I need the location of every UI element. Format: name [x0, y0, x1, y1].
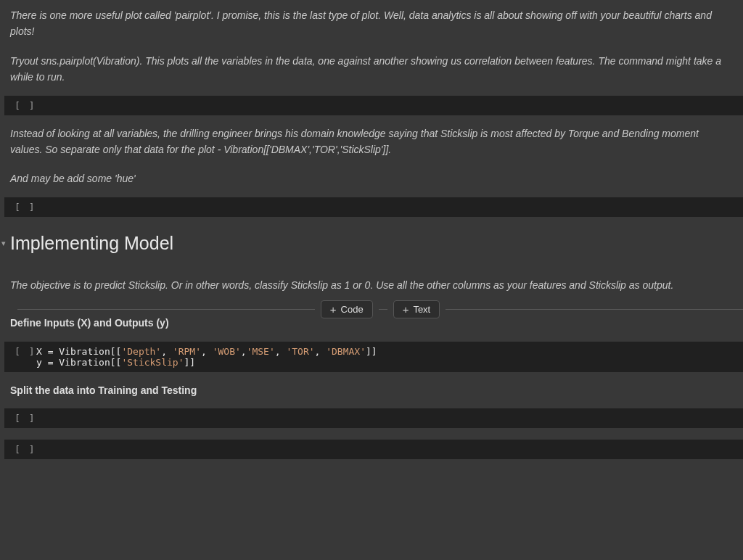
- add-code-label: Code: [341, 304, 364, 315]
- text-cell[interactable]: There is one more useful plot called 'pa…: [0, 0, 743, 93]
- divider: [17, 309, 315, 310]
- text-cell[interactable]: The objective is to predict Stickslip. O…: [0, 257, 743, 300]
- markdown-bold: Split the data into Training and Testing: [10, 382, 733, 398]
- code-source[interactable]: X = Vibration[['Depth', 'RPM', 'WOB','MS…: [36, 346, 377, 368]
- add-text-label: Text: [413, 304, 430, 315]
- section-heading: Implementing Model: [9, 233, 173, 254]
- notebook-container: There is one more useful plot called 'pa…: [0, 0, 743, 459]
- code-cell[interactable]: [ ]: [4, 408, 743, 428]
- text-cell[interactable]: Instead of looking at all variables, the…: [0, 118, 743, 194]
- plus-icon: +: [403, 303, 409, 316]
- code-cell[interactable]: [ ]: [4, 197, 743, 217]
- code-cell[interactable]: [ ]: [4, 440, 743, 459]
- collapse-arrow-icon[interactable]: ▾: [0, 239, 9, 248]
- markdown-paragraph: The objective is to predict Stickslip. O…: [10, 277, 733, 293]
- text-cell[interactable]: Split the data into Training and Testing: [0, 375, 743, 405]
- markdown-paragraph: There is one more useful plot called 'pa…: [10, 7, 733, 40]
- markdown-paragraph: Instead of looking at all variables, the…: [10, 125, 733, 158]
- add-code-button[interactable]: + Code: [321, 300, 373, 318]
- execution-count: [ ]: [15, 444, 36, 455]
- plus-icon: +: [330, 303, 337, 316]
- markdown-paragraph: And may be add some 'hue': [10, 170, 733, 186]
- code-cell[interactable]: [ ]X = Vibration[['Depth', 'RPM', 'WOB',…: [4, 342, 743, 372]
- markdown-paragraph: Tryout sns.pairplot(Vibration). This plo…: [10, 53, 733, 86]
- execution-count: [ ]: [15, 413, 36, 424]
- add-text-button[interactable]: + Text: [393, 300, 440, 318]
- execution-count: [ ]: [15, 346, 36, 357]
- code-cell[interactable]: [ ]: [4, 96, 743, 115]
- divider: [446, 309, 743, 310]
- section-heading-row[interactable]: ▾ Implementing Model: [0, 220, 743, 257]
- execution-count: [ ]: [15, 202, 36, 213]
- divider: [379, 309, 387, 310]
- execution-count: [ ]: [15, 100, 36, 111]
